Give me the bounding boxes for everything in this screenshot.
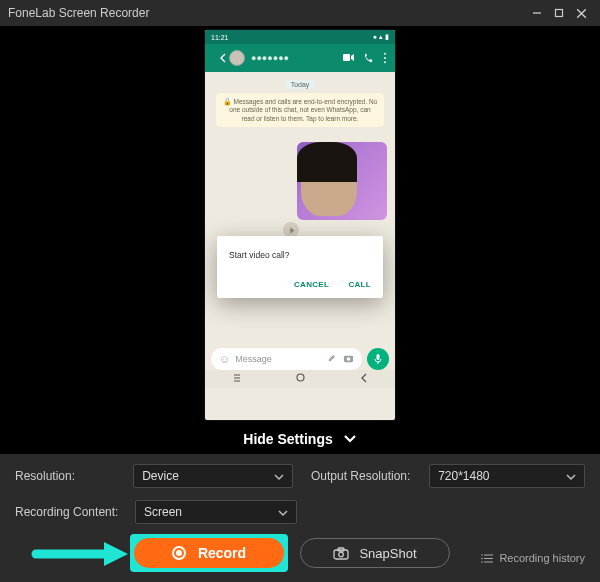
- title-bar: FoneLab Screen Recorder: [0, 0, 600, 26]
- status-time: 11:21: [211, 34, 371, 41]
- lock-icon: 🔒: [223, 98, 232, 105]
- camera-icon: [333, 547, 349, 560]
- video-call-icon[interactable]: [343, 53, 355, 63]
- svg-point-25: [482, 561, 484, 563]
- dialog-call-button[interactable]: CALL: [348, 280, 371, 289]
- recording-content-select[interactable]: Screen: [135, 500, 297, 524]
- nav-recent-icon[interactable]: [231, 372, 243, 386]
- svg-point-23: [482, 554, 484, 556]
- svg-rect-4: [343, 54, 350, 61]
- camera-icon[interactable]: [343, 353, 354, 366]
- status-icons: ●▴▮: [371, 33, 389, 41]
- record-button[interactable]: Record: [134, 538, 284, 568]
- record-highlight: Record: [130, 534, 288, 572]
- app-title: FoneLab Screen Recorder: [8, 6, 526, 20]
- message-placeholder: Message: [235, 354, 320, 364]
- preview-area: 11:21 ●▴▮ ●●●●●●● Today 🔒Messages and ca…: [0, 26, 600, 424]
- svg-rect-10: [377, 354, 380, 360]
- image-message[interactable]: [297, 142, 387, 220]
- svg-point-7: [384, 61, 386, 63]
- output-resolution-label: Output Resolution:: [311, 469, 429, 483]
- contact-name: ●●●●●●●: [251, 53, 335, 63]
- record-icon: [172, 546, 186, 560]
- nav-home-icon[interactable]: [295, 372, 306, 386]
- minimize-button[interactable]: [526, 2, 548, 24]
- svg-point-14: [297, 374, 304, 381]
- message-input-row: ☺ Message: [205, 348, 395, 370]
- dialog-cancel-button[interactable]: CANCEL: [294, 280, 329, 289]
- chevron-down-icon: [565, 471, 577, 485]
- contact-avatar[interactable]: [229, 50, 245, 66]
- chevron-down-icon: [273, 471, 285, 485]
- android-nav-bar: [205, 370, 395, 388]
- back-icon[interactable]: [219, 53, 229, 63]
- resolution-select[interactable]: Device: [133, 464, 293, 488]
- svg-marker-16: [104, 542, 128, 566]
- svg-point-6: [384, 57, 386, 59]
- recording-content-label: Recording Content:: [15, 505, 135, 519]
- svg-point-5: [384, 53, 386, 55]
- svg-point-9: [347, 357, 351, 361]
- nav-back-icon[interactable]: [359, 372, 369, 386]
- attach-icon[interactable]: [326, 353, 337, 366]
- list-icon: [481, 553, 494, 564]
- hide-settings-label: Hide Settings: [243, 431, 332, 447]
- phone-preview: 11:21 ●▴▮ ●●●●●●● Today 🔒Messages and ca…: [205, 30, 395, 420]
- chevron-down-icon: [343, 431, 357, 447]
- encryption-banner[interactable]: 🔒Messages and calls are end-to-end encry…: [216, 93, 384, 127]
- phone-status-bar: 11:21 ●▴▮: [205, 30, 395, 44]
- svg-point-19: [339, 552, 344, 557]
- output-resolution-select[interactable]: 720*1480: [429, 464, 585, 488]
- settings-panel: Resolution: Device Output Resolution: 72…: [0, 454, 600, 582]
- dialog-message: Start video call?: [229, 250, 371, 260]
- recording-history-link[interactable]: Recording history: [481, 552, 585, 564]
- voice-call-icon[interactable]: [363, 53, 373, 63]
- more-icon[interactable]: [381, 52, 389, 64]
- emoji-icon[interactable]: ☺: [219, 353, 230, 365]
- video-call-dialog: Start video call? CANCEL CALL: [217, 236, 383, 298]
- pointer-arrow: [0, 535, 130, 571]
- svg-rect-1: [556, 10, 563, 17]
- resolution-label: Resolution:: [15, 469, 133, 483]
- mic-button[interactable]: [367, 348, 389, 370]
- message-input[interactable]: ☺ Message: [211, 348, 362, 370]
- maximize-button[interactable]: [548, 2, 570, 24]
- svg-point-24: [482, 557, 484, 559]
- snapshot-button[interactable]: SnapShot: [300, 538, 450, 568]
- hide-settings-toggle[interactable]: Hide Settings: [0, 424, 600, 454]
- date-chip: Today: [285, 80, 316, 89]
- chat-body: Today 🔒Messages and calls are end-to-end…: [205, 72, 395, 388]
- close-button[interactable]: [570, 2, 592, 24]
- chat-header: ●●●●●●●: [205, 44, 395, 72]
- chevron-down-icon: [277, 507, 289, 521]
